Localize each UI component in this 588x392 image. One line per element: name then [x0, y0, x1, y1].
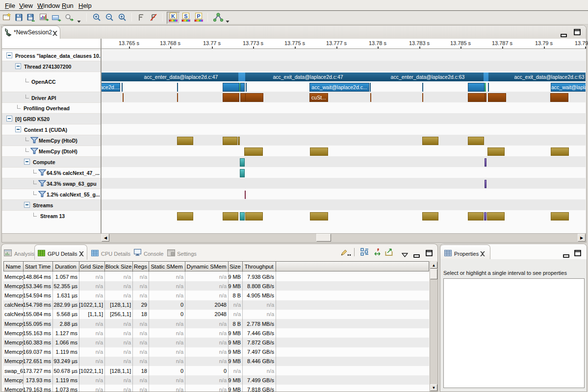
svg-text:S: S	[184, 13, 187, 19]
svg-text:K: K	[171, 13, 175, 19]
svg-text:P: P	[197, 13, 200, 19]
